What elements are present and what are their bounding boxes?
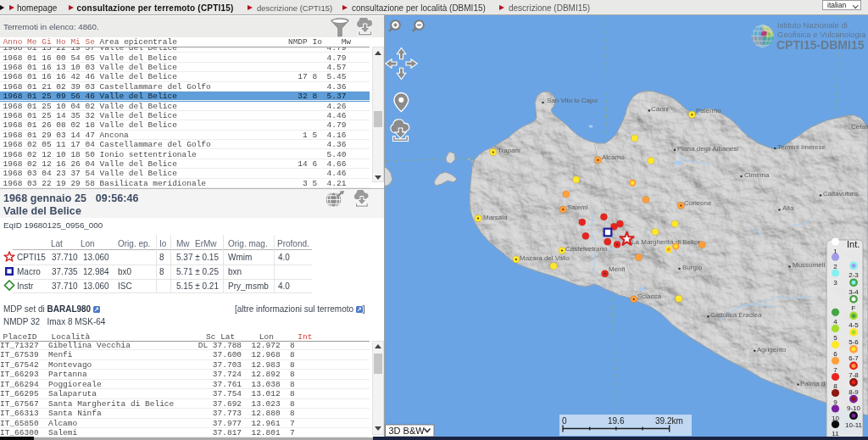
svg-text:2-3: 2-3 <box>849 271 859 279</box>
svg-text:8-9: 8-9 <box>849 388 859 396</box>
svg-text:8: 8 <box>833 382 837 390</box>
svg-text:2: 2 <box>833 263 837 270</box>
svg-text:Ciminna: Ciminna <box>744 171 770 179</box>
svg-text:Alcamo: Alcamo <box>602 153 625 161</box>
svg-text:Menfi: Menfi <box>609 265 626 273</box>
svg-text:Cattolica Eraclea: Cattolica Eraclea <box>710 311 762 319</box>
svg-text:Burgio: Burgio <box>682 264 703 271</box>
svg-text:39.2km: 39.2km <box>655 416 683 426</box>
svg-text:Sciacca: Sciacca <box>637 292 662 300</box>
svg-text:Agrigento: Agrigento <box>757 346 787 354</box>
svg-text:S.a Margherita di Belice: S.a Margherita di Belice <box>629 238 701 246</box>
svg-text:Trapani: Trapani <box>498 147 520 154</box>
svg-text:Piana degli Albanesi: Piana degli Albanesi <box>677 145 738 153</box>
svg-text:Salemi: Salemi <box>567 203 588 211</box>
svg-text:4: 4 <box>833 318 837 326</box>
svg-text:3: 3 <box>833 279 837 287</box>
svg-text:Int.: Int. <box>847 239 860 249</box>
svg-text:Carini: Carini <box>651 105 669 113</box>
svg-text:CPTI15-DBMI15: CPTI15-DBMI15 <box>776 38 865 52</box>
svg-text:5-6: 5-6 <box>849 338 859 346</box>
svg-text:0: 0 <box>562 416 567 426</box>
svg-text:Palma di: Palma di <box>800 380 826 387</box>
svg-text:Termini Imerese: Termini Imerese <box>777 143 826 151</box>
svg-text:7-8: 7-8 <box>849 371 859 379</box>
svg-text:San Vito lo Capo: San Vito lo Capo <box>547 97 598 104</box>
svg-text:3D B&W: 3D B&W <box>389 426 426 436</box>
svg-text:3-4: 3-4 <box>849 288 859 296</box>
svg-text:9-10: 9-10 <box>847 404 861 412</box>
svg-text:Cefalù: Cefalù <box>851 123 868 131</box>
svg-text:Mazara del Vallo: Mazara del Vallo <box>520 254 570 262</box>
svg-text:5: 5 <box>833 334 837 342</box>
svg-text:Corleone: Corleone <box>684 199 712 207</box>
svg-text:Castelvetrano: Castelvetrano <box>565 245 608 253</box>
svg-text:Marsala: Marsala <box>483 214 508 221</box>
svg-text:Mussomeli: Mussomeli <box>793 261 825 269</box>
svg-text:6-7: 6-7 <box>849 354 859 362</box>
svg-text:4-5: 4-5 <box>849 321 859 329</box>
svg-text:7: 7 <box>833 366 837 374</box>
svg-text:Palermo: Palermo <box>696 107 721 114</box>
svg-text:F: F <box>852 304 856 312</box>
svg-text:Caltavuturo: Caltavuturo <box>823 190 858 198</box>
svg-text:Alia: Alia <box>782 204 794 212</box>
svg-text:Geofisica e Vulcanologia: Geofisica e Vulcanologia <box>777 30 866 39</box>
svg-text:19.6: 19.6 <box>608 416 625 426</box>
svg-text:Istituto Nazionale di: Istituto Nazionale di <box>777 20 848 30</box>
svg-text:10-11: 10-11 <box>845 421 862 429</box>
svg-text:6: 6 <box>833 350 837 358</box>
